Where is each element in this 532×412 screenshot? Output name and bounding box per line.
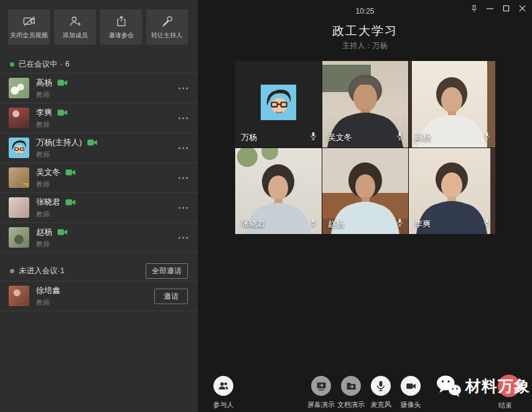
more-options-button[interactable] — [179, 85, 188, 91]
meeting-host-subtitle: 主持人：万杨 — [198, 40, 532, 51]
participant-name: 赵杨 — [36, 227, 52, 238]
invite-button[interactable]: 邀请 — [154, 288, 188, 304]
wechat-logo-icon — [436, 375, 462, 397]
video-tile-host[interactable]: 万杨 — [235, 61, 322, 147]
video-grid: 万杨 吴文冬 高杨 张晓君 赵杨 李爽 — [235, 61, 495, 234]
invite-attendees-button[interactable]: 邀请参会 — [100, 9, 142, 45]
minimize-icon — [486, 4, 494, 12]
avatar — [9, 108, 29, 128]
invite-all-button[interactable]: 全部邀请 — [146, 263, 188, 279]
close-button[interactable] — [516, 2, 528, 14]
participant-name: 徐培鑫 — [36, 285, 60, 296]
avatar — [9, 286, 29, 306]
sidebar-toolbar: 关闭全员视频 添加成员 邀请参会 转让主持人 — [8, 9, 190, 45]
offline-status-dot-icon — [10, 269, 14, 273]
in-meeting-list: 高杨 教师 李爽 教师 — [0, 73, 198, 253]
video-tile[interactable]: 吴文冬 — [322, 61, 409, 147]
host-cartoon-avatar — [9, 138, 29, 158]
transfer-host-button[interactable]: 转让主持人 — [146, 9, 188, 45]
tool-label: 关闭全员视频 — [10, 31, 47, 39]
people-icon — [217, 380, 230, 392]
online-status-dot-icon — [10, 62, 14, 67]
maximize-icon — [502, 4, 510, 12]
avatar — [9, 197, 29, 218]
participant-name: 万杨(主持人) — [36, 137, 82, 148]
more-options-button[interactable] — [179, 115, 188, 121]
screen-share-icon — [315, 380, 327, 392]
in-meeting-count: 6 — [65, 60, 70, 68]
mic-indicator-icon — [483, 218, 490, 230]
participant-name: 高杨 — [36, 77, 52, 88]
video-tile[interactable]: 赵杨 — [322, 148, 409, 235]
camera-on-icon — [57, 79, 68, 87]
video-tile[interactable]: 张晓君 — [235, 148, 322, 235]
avatar — [9, 78, 29, 98]
video-tile[interactable]: 李爽 — [409, 148, 495, 235]
tile-name-label: 吴文冬 — [328, 132, 352, 143]
close-all-video-button[interactable]: 关闭全员视频 — [8, 9, 50, 45]
more-options-button[interactable] — [179, 174, 188, 181]
participant-row[interactable]: 张晓君 教师 — [0, 193, 198, 223]
avatar — [9, 138, 29, 158]
avatar — [9, 227, 29, 248]
more-options-button[interactable] — [179, 144, 188, 151]
add-member-button[interactable]: 添加成员 — [54, 9, 96, 45]
more-options-button[interactable] — [179, 204, 188, 211]
mic-indicator-icon — [396, 131, 403, 143]
tool-label: 邀请参会 — [108, 31, 133, 39]
video-tile[interactable]: 高杨 — [409, 61, 495, 147]
participants-panel: 关闭全员视频 添加成员 邀请参会 转让主持人 已在会议中 · 6 — [0, 0, 198, 412]
more-options-button[interactable] — [179, 234, 188, 241]
participant-row[interactable]: 70 吴文冬 教师 — [0, 163, 198, 193]
tile-name-label: 张晓君 — [241, 218, 265, 230]
participant-role: 教师 — [36, 180, 76, 189]
avatar-badge: 70 — [22, 182, 29, 188]
participant-role: 教师 — [36, 120, 68, 129]
button-label: 摄像头 — [386, 400, 436, 410]
participant-row[interactable]: 李爽 教师 — [0, 103, 198, 133]
camera-icon — [405, 380, 417, 392]
section-label: 已在会议中 — [19, 59, 58, 70]
camera-on-icon — [57, 109, 68, 116]
minimize-button[interactable] — [484, 2, 496, 14]
avatar: 70 — [9, 167, 29, 188]
not-joined-list: 徐培鑫 教师 邀请 — [0, 281, 198, 311]
meeting-window: 关闭全员视频 添加成员 邀请参会 转让主持人 已在会议中 · 6 — [0, 0, 532, 412]
meeting-title: 政工大学习 — [198, 23, 532, 39]
participant-row[interactable]: 赵杨 教师 — [0, 223, 198, 253]
maximize-button[interactable] — [500, 2, 512, 14]
not-joined-count: 1 — [60, 266, 65, 275]
camera-on-icon — [57, 228, 68, 236]
pin-button[interactable] — [468, 2, 480, 14]
host-cartoon-avatar — [261, 85, 296, 120]
close-icon — [518, 4, 526, 12]
not-joined-section-header: 未进入会议 · 1 全部邀请 — [10, 264, 188, 278]
camera-off-icon — [22, 15, 36, 27]
camera-button[interactable]: 摄像头 — [386, 376, 436, 410]
participant-role: 教师 — [36, 90, 68, 100]
participant-role: 教师 — [36, 298, 60, 307]
doc-share-icon — [345, 380, 357, 392]
end-meeting-button[interactable] — [498, 375, 520, 397]
participant-role: 教师 — [36, 210, 76, 219]
mic-indicator-icon — [310, 218, 317, 230]
participant-row-host[interactable]: 万杨(主持人) 教师 — [0, 133, 198, 163]
end-meeting-label: 结束 — [480, 401, 530, 410]
participant-row[interactable]: 高杨 教师 — [0, 73, 198, 103]
mic-indicator-icon — [483, 131, 490, 143]
participant-role: 教师 — [36, 240, 68, 249]
pending-participant-row[interactable]: 徐培鑫 教师 邀请 — [0, 281, 198, 311]
mic-indicator-icon — [310, 131, 317, 143]
tool-label: 转让主持人 — [151, 31, 182, 39]
microphone-icon — [375, 380, 386, 391]
separator: · — [60, 60, 63, 68]
camera-on-icon — [65, 169, 76, 176]
participants-button[interactable]: 参与人 — [198, 376, 248, 410]
person-add-icon — [68, 15, 82, 27]
tool-label: 添加成员 — [62, 31, 87, 39]
tile-name-label: 李爽 — [414, 218, 431, 230]
pin-icon — [470, 4, 478, 13]
button-label: 参与人 — [198, 400, 248, 410]
tile-name-label: 万杨 — [241, 132, 257, 143]
participant-name: 李爽 — [36, 107, 52, 118]
